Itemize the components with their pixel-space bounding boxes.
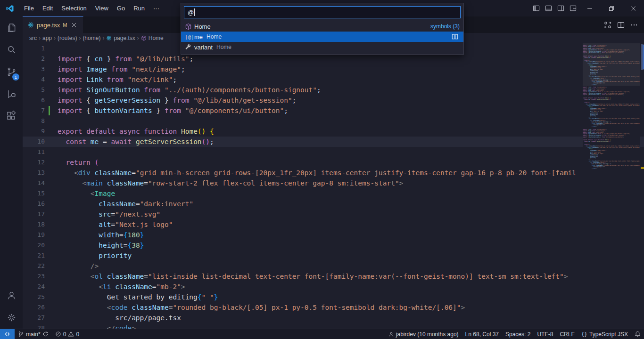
extensions-icon[interactable]	[0, 105, 23, 127]
code-line-18[interactable]: 18 alt="Next.js logo"	[23, 219, 644, 230]
code-line-23[interactable]: 23 <ol className="list-inside list-decim…	[23, 271, 644, 282]
code-line-19[interactable]: 19 width={180}	[23, 230, 644, 240]
code-line-25[interactable]: 25 Get started by editing{" "}	[23, 292, 644, 302]
code-text: import Link from "next/link";	[45, 74, 177, 85]
minimap[interactable]: import { cn } from "@/lib/utils";import …	[583, 43, 640, 329]
line-number: 3	[23, 64, 45, 74]
code-line-5[interactable]: 5import SignOutButton from "../(auth)/co…	[23, 85, 644, 95]
indentation-status[interactable]: Spaces: 2	[502, 329, 534, 339]
editor-scrollbar[interactable]	[640, 43, 644, 329]
symbol-method-icon	[141, 35, 147, 41]
code-line-10[interactable]: 10 const me = await getServerSession();	[23, 137, 644, 147]
code-line-7[interactable]: 7import { buttonVariants } from "@/compo…	[23, 105, 644, 116]
accounts-icon[interactable]	[0, 284, 23, 307]
code-line-16[interactable]: 16 className="dark:invert"	[23, 199, 644, 209]
code-line-4[interactable]: 4import Link from "next/link";	[23, 74, 644, 85]
menu-run[interactable]: Run	[129, 0, 149, 16]
close-button[interactable]	[622, 0, 644, 16]
split-editor-button[interactable]	[616, 20, 626, 30]
line-number: 2	[23, 54, 45, 64]
minimap-slider[interactable]	[583, 43, 640, 86]
line-number: 20	[23, 240, 45, 250]
breadcrumb-item-app[interactable]: app	[42, 35, 52, 41]
code-line-17[interactable]: 17 src="/next.svg"	[23, 209, 644, 219]
notifications-bell-icon[interactable]	[631, 329, 644, 339]
search-icon[interactable]	[0, 39, 23, 61]
code-line-26[interactable]: 26 <code className="rounded bg-black/[.0…	[23, 302, 644, 313]
breadcrumb-separator: ›	[39, 35, 41, 41]
menu-edit[interactable]: Edit	[38, 0, 57, 16]
quick-open-item-me[interactable]: [@] me Home	[181, 32, 463, 42]
activity-bar: 1	[0, 16, 23, 329]
code-line-6[interactable]: 6import { getServerSession } from "@/lib…	[23, 95, 644, 105]
code-line-15[interactable]: 15 <Image	[23, 188, 644, 199]
code-text: return (	[45, 157, 99, 168]
code-line-2[interactable]: 2import { cn } from "@/lib/utils";	[23, 54, 644, 64]
quick-open-item-variant[interactable]: variant Home	[181, 42, 463, 52]
code-line-14[interactable]: 14 <main className="row-start-2 flex fle…	[23, 178, 644, 188]
problems-status[interactable]: 0 0	[52, 329, 83, 339]
code-line-13[interactable]: 13 <div className="grid min-h-screen gri…	[23, 168, 644, 178]
code-line-9[interactable]: 9export default async function Home() {	[23, 126, 644, 137]
code-text: <div className="grid min-h-screen grid-r…	[45, 168, 576, 178]
toggle-panel-button[interactable]	[542, 2, 554, 15]
tab-modified-badge: M	[63, 22, 67, 28]
code-line-22[interactable]: 22 />	[23, 261, 644, 271]
breadcrumb-item-home-symbol[interactable]: Home	[141, 35, 164, 41]
minimize-button[interactable]	[579, 0, 601, 16]
line-number: 18	[23, 219, 45, 230]
code-line-8[interactable]: 8	[23, 116, 644, 126]
code-line-3[interactable]: 3import Image from "next/image";	[23, 64, 644, 74]
breadcrumb-separator: ›	[102, 35, 104, 41]
code-line-27[interactable]: 27 src/app/page.tsx	[23, 313, 644, 323]
toggle-secondary-sidebar-button[interactable]	[554, 2, 567, 15]
code-line-12[interactable]: 12 return (	[23, 157, 644, 168]
open-to-side-button[interactable]	[450, 32, 460, 41]
code-text: src="/next.svg"	[45, 209, 160, 219]
code-line-24[interactable]: 24 <li className="mb-2">	[23, 282, 644, 292]
line-number: 13	[23, 168, 45, 178]
editor-more-actions-button[interactable]	[629, 20, 639, 30]
toggle-primary-sidebar-button[interactable]	[530, 2, 542, 15]
breadcrumb-item-src[interactable]: src	[29, 35, 37, 41]
source-control-icon[interactable]: 1	[0, 61, 23, 83]
cursor-position-status[interactable]: Ln 68, Col 37	[462, 329, 502, 339]
eol-status[interactable]: CRLF	[556, 329, 578, 339]
menu-file[interactable]: File	[20, 0, 38, 16]
quick-open-list: Home symbols (3) [@] me Home variant Hom…	[181, 21, 463, 54]
encoding-status[interactable]: UTF-8	[534, 329, 556, 339]
menu-view[interactable]: View	[91, 0, 113, 16]
code-line-21[interactable]: 21 priority	[23, 250, 644, 261]
editor-actions	[603, 16, 644, 33]
code-line-28[interactable]: 28 </code>	[23, 323, 644, 329]
menu-go[interactable]: Go	[113, 0, 129, 16]
tab-close-icon[interactable]	[70, 21, 78, 29]
remote-indicator[interactable]	[0, 329, 15, 339]
explorer-icon[interactable]	[0, 16, 23, 39]
menu-more[interactable]: ···	[149, 0, 164, 16]
language-mode-status[interactable]: {} TypeScript JSX	[578, 329, 631, 339]
tab-page-tsx[interactable]: page.tsx M	[23, 16, 83, 33]
symbol-array-icon: [@]	[185, 34, 194, 40]
breadcrumb-item-page-tsx[interactable]: page.tsx	[106, 35, 135, 41]
breadcrumb-item-home-dir[interactable]: (home)	[83, 35, 100, 41]
restore-button[interactable]	[601, 0, 622, 16]
git-branch-status[interactable]: main*	[15, 329, 52, 339]
item-label: Home	[194, 23, 211, 30]
run-debug-icon[interactable]	[0, 83, 23, 105]
line-number: 25	[23, 292, 45, 302]
breadcrumb-item-routes[interactable]: (routes)	[58, 35, 77, 41]
code-line-20[interactable]: 20 height={38}	[23, 240, 644, 250]
open-changes-button[interactable]	[603, 20, 613, 30]
code-line-11[interactable]: 11	[23, 147, 644, 157]
breadcrumb-separator: ›	[54, 35, 56, 41]
quick-open-input[interactable]: @	[184, 6, 461, 18]
customize-layout-button[interactable]	[567, 2, 579, 15]
menu-bar: FileEditSelectionViewGoRun···	[20, 0, 164, 16]
settings-gear-icon[interactable]	[0, 307, 23, 329]
quick-open-item-home[interactable]: Home symbols (3)	[181, 21, 463, 32]
code-text: Get started by editing{" "}	[45, 292, 218, 302]
menu-selection[interactable]: Selection	[57, 0, 91, 16]
git-blame-status[interactable]: jabirdev (10 months ago)	[385, 329, 462, 339]
line-number: 4	[23, 74, 45, 85]
